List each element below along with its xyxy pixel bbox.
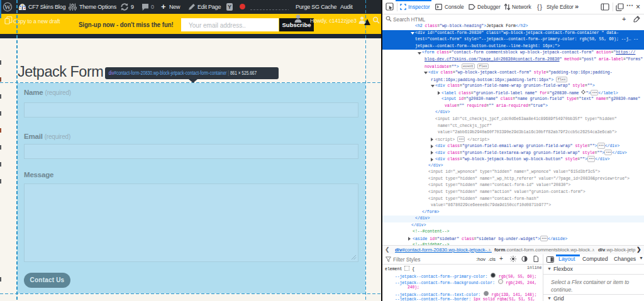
svg-text:W: W	[4, 4, 11, 11]
